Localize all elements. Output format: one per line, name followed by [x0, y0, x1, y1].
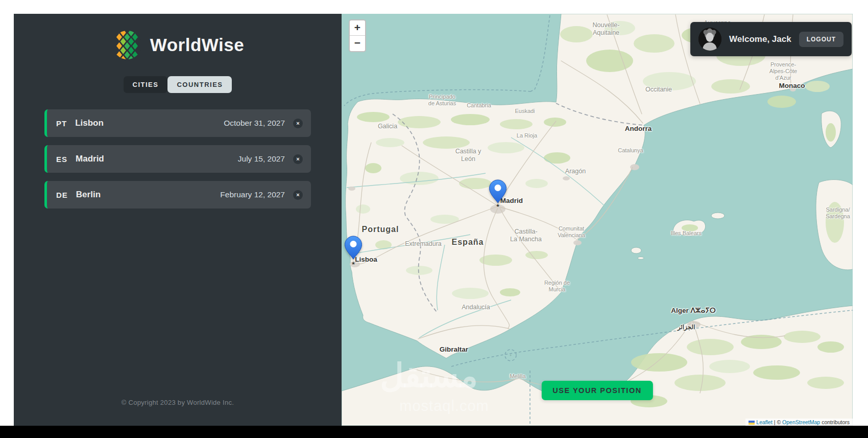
zoom-in-button[interactable]: + [350, 20, 365, 36]
attribution-separator: | © [773, 419, 782, 425]
user-bar: Welcome, Jack LOGOUT [690, 22, 852, 56]
city-date: July 15, 2027 [238, 154, 285, 164]
tab-bar: CITIESCOUNTRIES [124, 76, 232, 93]
delete-city-button[interactable]: × [293, 190, 303, 200]
welcome-text: Welcome, Jack [729, 34, 791, 44]
avatar [698, 28, 721, 51]
city-item-madrid[interactable]: ESMadridJuly 15, 2027× [44, 145, 311, 173]
zoom-out-button[interactable]: − [350, 36, 365, 51]
map-marker-madrid[interactable] [489, 179, 507, 206]
delete-city-button[interactable]: × [293, 154, 303, 164]
city-date: October 31, 2027 [224, 119, 285, 128]
ukraine-flag-icon [749, 421, 755, 425]
tab-countries[interactable]: COUNTRIES [167, 76, 232, 93]
city-name: Madrid [76, 154, 104, 164]
map-canvas[interactable]: Nouvelle- AquitaineAuvergneProvence- Alp… [342, 14, 853, 426]
city-date: February 12, 2027 [220, 190, 285, 199]
app-window: WorldWise CITIESCOUNTRIES PTLisbonOctobe… [14, 14, 853, 426]
sidebar: WorldWise CITIESCOUNTRIES PTLisbonOctobe… [14, 14, 342, 426]
attribution-suffix: contributors [820, 419, 850, 425]
country-code: ES [56, 155, 67, 164]
copyright-footer: © Copyright 2023 by WorldWide Inc. [122, 399, 234, 406]
logo: WorldWise [111, 29, 244, 61]
bottom-bar [0, 426, 868, 438]
city-name: Berlin [76, 190, 101, 200]
app-title: WorldWise [150, 35, 244, 55]
city-list: PTLisbonOctober 31, 2027×ESMadridJuly 15… [44, 109, 311, 209]
city-name: Lisbon [75, 118, 104, 128]
leaflet-link[interactable]: Leaflet [756, 419, 773, 425]
logout-button[interactable]: LOGOUT [799, 32, 843, 47]
worldwise-logo-icon [111, 29, 143, 61]
delete-city-button[interactable]: × [293, 119, 303, 128]
country-code: PT [56, 119, 67, 128]
city-item-berlin[interactable]: DEBerlinFebruary 12, 2027× [44, 181, 311, 209]
use-position-button[interactable]: USE YOUR POSITION [541, 381, 653, 400]
map-marker-lisboa[interactable] [344, 236, 363, 262]
map-tiles [342, 14, 853, 426]
map-zoom-control: + − [349, 19, 366, 52]
map-attribution: Leaflet | © OpenStreetMap contributors [745, 419, 853, 426]
city-item-lisbon[interactable]: PTLisbonOctober 31, 2027× [44, 109, 311, 137]
tab-cities[interactable]: CITIES [124, 76, 168, 93]
openstreetmap-link[interactable]: OpenStreetMap [782, 419, 820, 425]
country-code: DE [56, 191, 68, 199]
